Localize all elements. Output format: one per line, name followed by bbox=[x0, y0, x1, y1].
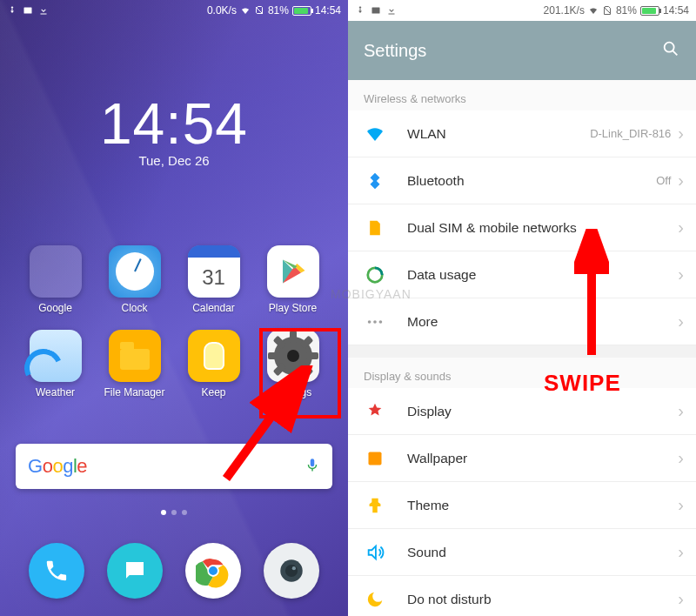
row-label: WLAN bbox=[407, 126, 446, 142]
svg-point-14 bbox=[379, 320, 383, 324]
svg-point-13 bbox=[373, 320, 377, 324]
wallpaper-icon bbox=[364, 447, 386, 470]
dock bbox=[0, 543, 348, 599]
weather-icon bbox=[30, 330, 82, 382]
image-icon bbox=[371, 5, 381, 16]
app-camera[interactable] bbox=[264, 543, 319, 599]
row-sound[interactable]: Sound › bbox=[348, 529, 696, 576]
clock-date: Tue, Dec 26 bbox=[0, 153, 348, 168]
net-speed: 0.0K/s bbox=[207, 4, 237, 17]
row-display[interactable]: Display › bbox=[348, 388, 696, 435]
chevron-right-icon: › bbox=[678, 448, 684, 468]
home-screen: 0.0K/s 81% 14:54 14:54 Tue, Dec 26 Googl… bbox=[0, 0, 348, 616]
app-label: Calendar bbox=[192, 302, 235, 314]
chevron-right-icon: › bbox=[678, 264, 684, 285]
row-label: Display bbox=[407, 404, 452, 419]
svg-point-5 bbox=[285, 565, 298, 577]
search-icon[interactable] bbox=[661, 39, 680, 63]
row-theme[interactable]: Theme › bbox=[348, 482, 696, 529]
arrow-swipe-annotation bbox=[574, 229, 609, 359]
data-usage-icon bbox=[364, 264, 386, 286]
row-label: Sound bbox=[407, 545, 446, 560]
usb-icon bbox=[355, 5, 365, 16]
arrow-annotation bbox=[218, 365, 322, 487]
more-icon bbox=[364, 311, 386, 333]
appbar-title: Settings bbox=[364, 41, 426, 61]
display-icon bbox=[364, 400, 386, 423]
app-clock[interactable]: Clock bbox=[95, 245, 174, 314]
row-value: Off bbox=[656, 174, 671, 187]
row-label: Bluetooth bbox=[407, 173, 465, 189]
battery-icon bbox=[292, 6, 311, 16]
row-bluetooth[interactable]: Bluetooth Off › bbox=[348, 157, 696, 204]
wifi-icon bbox=[240, 5, 251, 16]
svg-point-6 bbox=[292, 566, 296, 570]
google-logo: Google bbox=[28, 455, 87, 478]
wifi-icon bbox=[364, 123, 386, 145]
row-label: Wallpaper bbox=[407, 451, 467, 466]
folder-icon bbox=[30, 245, 82, 298]
usb-icon bbox=[7, 5, 17, 16]
wifi-icon bbox=[588, 5, 599, 16]
sound-icon bbox=[364, 541, 386, 564]
svg-rect-0 bbox=[24, 8, 32, 14]
theme-icon bbox=[364, 494, 386, 517]
battery-pct: 81% bbox=[268, 4, 289, 17]
row-value: D-Link_DIR-816 bbox=[590, 127, 671, 140]
folder-files-icon bbox=[109, 330, 161, 382]
svg-line-7 bbox=[226, 383, 296, 479]
app-label: Play Store bbox=[269, 302, 317, 314]
battery-icon bbox=[640, 6, 659, 16]
page-indicator bbox=[0, 503, 348, 519]
status-time: 14:54 bbox=[315, 4, 341, 17]
status-time: 14:54 bbox=[663, 4, 689, 17]
row-label: Do not disturb bbox=[407, 592, 492, 607]
chevron-right-icon: › bbox=[678, 495, 684, 515]
chevron-right-icon: › bbox=[678, 542, 684, 562]
row-wlan[interactable]: WLAN D-Link_DIR-816 › bbox=[348, 110, 696, 157]
dnd-icon bbox=[364, 588, 386, 611]
settings-screen: 201.1K/s 81% 14:54 Settings Wireless & n… bbox=[348, 0, 696, 616]
row-more[interactable]: More › bbox=[348, 298, 696, 345]
status-bar: 0.0K/s 81% 14:54 bbox=[0, 0, 348, 21]
play-store-icon bbox=[267, 245, 319, 298]
app-google-folder[interactable]: Google bbox=[16, 245, 95, 314]
app-label: File Manager bbox=[104, 386, 164, 398]
app-file-manager[interactable]: File Manager bbox=[95, 330, 174, 398]
section-wireless-title: Wireless & networks bbox=[348, 80, 696, 110]
chevron-right-icon: › bbox=[678, 589, 684, 609]
app-calendar[interactable]: 31 Calendar bbox=[174, 245, 253, 314]
section-display-title: Display & sounds bbox=[348, 358, 696, 388]
row-do-not-disturb[interactable]: Do not disturb › bbox=[348, 576, 696, 616]
row-wallpaper[interactable]: Wallpaper › bbox=[348, 435, 696, 482]
row-label: Dual SIM & mobile networks bbox=[407, 220, 577, 236]
row-label: Theme bbox=[407, 498, 449, 513]
chevron-right-icon: › bbox=[678, 401, 684, 421]
download-icon bbox=[386, 5, 397, 16]
app-chrome[interactable] bbox=[185, 543, 241, 599]
svg-point-9 bbox=[665, 42, 674, 51]
clock-widget[interactable]: 14:54 Tue, Dec 26 bbox=[0, 90, 348, 168]
net-speed: 201.1K/s bbox=[544, 4, 585, 17]
chevron-right-icon: › bbox=[678, 171, 684, 191]
clock-time: 14:54 bbox=[0, 90, 348, 157]
clock-icon bbox=[109, 245, 161, 298]
svg-rect-15 bbox=[369, 452, 382, 465]
app-bar: Settings bbox=[348, 21, 696, 80]
no-sim-icon bbox=[602, 5, 612, 16]
chevron-right-icon: › bbox=[678, 311, 684, 331]
row-dual-sim[interactable]: Dual SIM & mobile networks › bbox=[348, 204, 696, 251]
app-label: Google bbox=[38, 302, 72, 314]
calendar-icon: 31 bbox=[188, 245, 240, 298]
app-weather[interactable]: Weather bbox=[16, 330, 95, 398]
app-label: Clock bbox=[121, 302, 147, 314]
download-icon bbox=[38, 5, 49, 16]
row-label: Data usage bbox=[407, 267, 476, 283]
no-sim-icon bbox=[254, 5, 264, 16]
image-icon bbox=[23, 5, 33, 16]
app-play-store[interactable]: Play Store bbox=[253, 245, 332, 314]
battery-pct: 81% bbox=[616, 4, 637, 17]
app-phone[interactable] bbox=[29, 543, 84, 599]
sim-icon bbox=[364, 217, 386, 239]
app-messages[interactable] bbox=[107, 543, 163, 599]
